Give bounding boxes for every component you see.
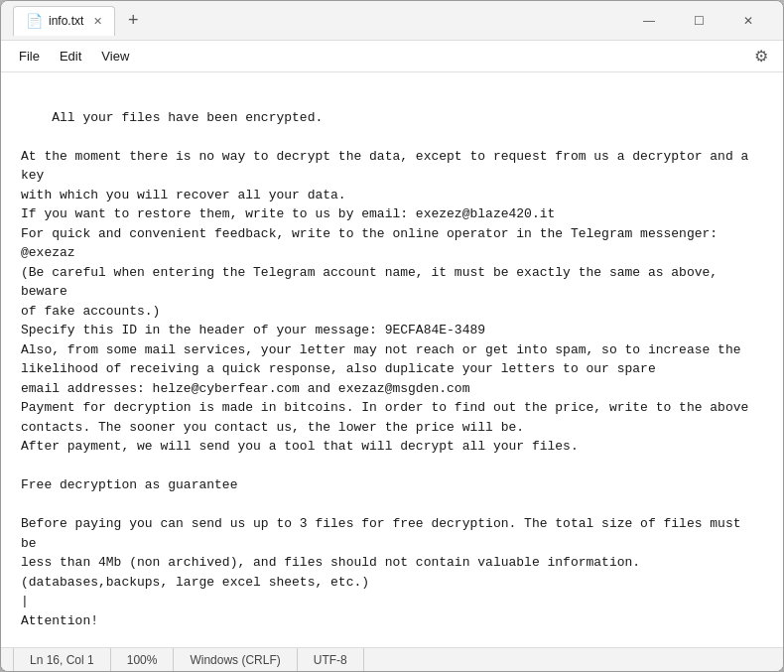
file-tab-title: info.txt [49, 14, 83, 28]
status-bar: Ln 16, Col 1 100% Windows (CRLF) UTF-8 [1, 647, 783, 671]
zoom-level: 100% [111, 648, 175, 671]
notepad-window: 📄 info.txt ✕ + — ☐ ✕ File Edit View ⚙ Al… [0, 0, 784, 672]
menu-view[interactable]: View [91, 45, 139, 67]
cursor-position: Ln 16, Col 1 [13, 648, 111, 671]
file-tab-icon: 📄 [26, 13, 43, 29]
title-tab-area: 📄 info.txt ✕ + [13, 6, 618, 36]
window-controls: — ☐ ✕ [626, 5, 771, 37]
settings-icon[interactable]: ⚙ [747, 43, 775, 70]
file-tab[interactable]: 📄 info.txt ✕ [13, 6, 115, 36]
menu-bar: File Edit View ⚙ [1, 41, 783, 72]
text-editor[interactable]: All your files have been encrypted. At t… [1, 72, 783, 647]
new-tab-button[interactable]: + [119, 7, 147, 35]
line-ending: Windows (CRLF) [174, 648, 297, 671]
minimize-button[interactable]: — [626, 5, 672, 37]
maximize-button[interactable]: ☐ [676, 5, 721, 37]
tab-close-icon[interactable]: ✕ [93, 15, 102, 28]
menu-file[interactable]: File [9, 45, 50, 67]
file-content: All your files have been encrypted. At t… [21, 110, 756, 648]
encoding: UTF-8 [298, 648, 364, 671]
menu-edit[interactable]: Edit [50, 45, 91, 67]
title-bar: 📄 info.txt ✕ + — ☐ ✕ [1, 1, 783, 41]
close-button[interactable]: ✕ [725, 5, 771, 37]
